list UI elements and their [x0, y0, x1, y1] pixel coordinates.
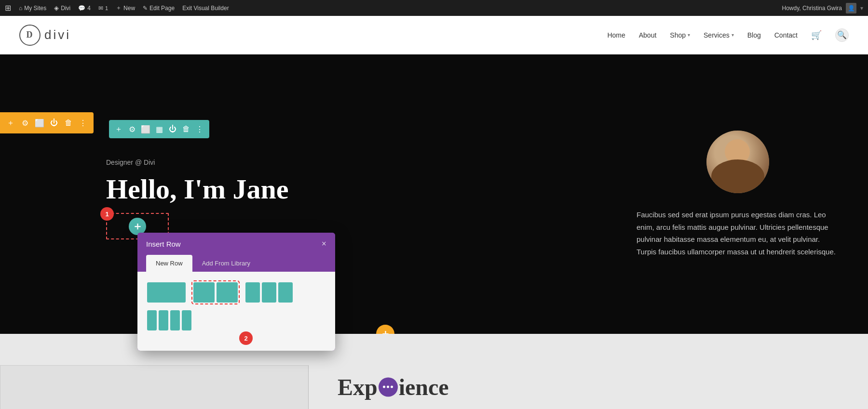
hero-body-text: Faucibus sed sed erat ipsum purus egesta… [637, 209, 839, 258]
modal-header: Insert Row × [137, 233, 335, 255]
modal-body: 2 [137, 272, 335, 351]
admin-bar-right: Howdy, Christina Gwira 👤 ▾ [782, 3, 863, 13]
hero-subtitle: Designer @ Divi [106, 158, 588, 166]
badge-1: 1 [100, 207, 114, 221]
hero-avatar [706, 131, 769, 193]
modal-close-button[interactable]: × [322, 239, 326, 248]
comments-menu[interactable]: 💬 4 [78, 5, 91, 12]
layout-3col[interactable] [245, 282, 293, 303]
nav-contact[interactable]: Contact [774, 31, 798, 39]
section-add-icon[interactable]: ＋ [6, 118, 15, 128]
layout-1col[interactable] [147, 282, 186, 303]
user-avatar[interactable]: 👤 [846, 3, 856, 13]
insert-row-modal: Insert Row × New Row Add From Library [137, 233, 335, 351]
below-hero-left-panel [0, 365, 309, 409]
wordpress-icon: ⊞ [5, 3, 11, 13]
divi-menu[interactable]: ◈ Divi [54, 4, 70, 12]
section-more-icon[interactable]: ⋮ [78, 119, 88, 128]
section-delete-icon[interactable]: 🗑 [64, 119, 73, 127]
house-icon: ⌂ [19, 5, 22, 12]
services-dropdown-arrow: ▾ [732, 32, 734, 38]
nav-shop[interactable]: Shop ▾ [670, 31, 690, 39]
badge-2: 2 [239, 331, 253, 345]
page-content: ＋ ⚙ ⬜ ⏻ 🗑 ⋮ ＋ ⚙ ⬜ ▦ ⏻ 🗑 ⋮ Designer @ Div… [0, 54, 868, 409]
pencil-icon: ✎ [143, 5, 148, 12]
layout-4col[interactable] [147, 310, 191, 330]
plus-icon: ＋ [116, 4, 122, 12]
site-header: D divi Home About Shop ▾ Services ▾ Blog… [0, 16, 868, 54]
exit-builder-button[interactable]: Exit Visual Builder [182, 5, 229, 12]
section-layout-icon[interactable]: ⬜ [35, 119, 44, 128]
avatar-image [706, 131, 769, 193]
speech-icon: ✉ [98, 5, 103, 12]
nav-blog[interactable]: Blog [747, 31, 761, 39]
row-layouts [147, 281, 326, 330]
shop-dropdown-arrow: ▾ [688, 32, 690, 38]
hero-section: ＋ ⚙ ⬜ ▦ ⏻ 🗑 ⋮ Designer @ Divi Hello, I'm… [0, 54, 868, 334]
nav-search-icon[interactable]: 🔍 [835, 28, 849, 42]
experience-title: Exp ience [338, 374, 449, 400]
layout-2col[interactable] [192, 281, 239, 303]
row-settings-icon[interactable]: ⚙ [127, 125, 137, 134]
row-toolbar: ＋ ⚙ ⬜ ▦ ⏻ 🗑 ⋮ [109, 120, 209, 138]
row-more-icon[interactable]: ⋮ [195, 125, 204, 134]
experience-section: Exp ience [338, 374, 868, 400]
section-toolbar: ＋ ⚙ ⬜ ⏻ 🗑 ⋮ [0, 112, 94, 133]
nav-about[interactable]: About [639, 31, 657, 39]
wp-logo[interactable]: ⊞ [5, 3, 11, 13]
comment-icon: 💬 [78, 5, 85, 12]
section-settings-icon[interactable]: ⚙ [20, 119, 30, 128]
comment-bubble-icon[interactable]: ✉ 1 [98, 5, 108, 12]
row-power-icon[interactable]: ⏻ [168, 125, 177, 133]
purple-dots-icon [379, 377, 398, 396]
row-add-icon[interactable]: ＋ [114, 124, 123, 134]
nav-cart-icon[interactable]: 🛒 [811, 30, 822, 40]
logo-circle: D [19, 25, 41, 46]
edit-page-button[interactable]: ✎ Edit Page [143, 5, 175, 12]
modal-title: Insert Row [146, 240, 181, 248]
user-greeting: Howdy, Christina Gwira [782, 5, 842, 12]
tab-library[interactable]: Add From Library [192, 255, 260, 272]
row-columns-icon[interactable]: ▦ [154, 125, 164, 134]
user-menu-arrow[interactable]: ▾ [860, 5, 863, 12]
below-hero-section: Exp ience [0, 334, 868, 409]
hero-right: Faucibus sed sed erat ipsum purus egesta… [617, 54, 868, 334]
dots-decoration [383, 386, 393, 388]
row-delete-icon[interactable]: 🗑 [181, 125, 191, 133]
divi-icon: ◈ [54, 4, 59, 12]
site-logo[interactable]: D divi [19, 25, 71, 46]
nav-home[interactable]: Home [607, 31, 625, 39]
hero-title: Hello, I'm Jane [106, 174, 588, 205]
site-nav: Home About Shop ▾ Services ▾ Blog Contac… [607, 28, 849, 42]
admin-bar: ⊞ ⌂ My Sites ◈ Divi 💬 4 ✉ 1 ＋ New ✎ Edit… [0, 0, 868, 16]
new-menu[interactable]: ＋ New [116, 4, 135, 12]
nav-services[interactable]: Services ▾ [704, 31, 734, 39]
tab-new-row[interactable]: New Row [146, 255, 192, 272]
my-sites-menu[interactable]: ⌂ My Sites [19, 5, 46, 12]
section-power-icon[interactable]: ⏻ [49, 119, 59, 127]
modal-tabs: New Row Add From Library [137, 255, 335, 272]
row-layout-icon[interactable]: ⬜ [141, 125, 150, 134]
